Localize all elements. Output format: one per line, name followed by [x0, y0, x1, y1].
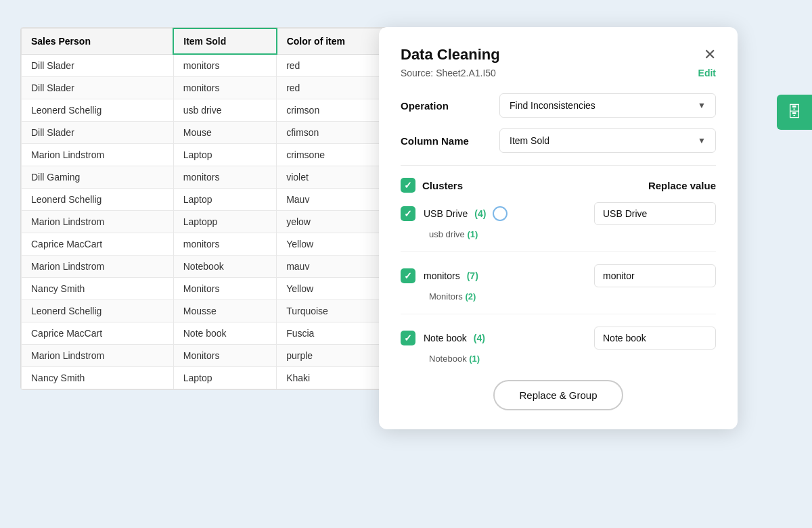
table-cell: Caprice MacCart	[22, 233, 174, 256]
table-cell: Marion Lindstrom	[22, 345, 174, 367]
cluster-name-usb: USB Drive	[424, 208, 468, 219]
table-cell: Nancy Smith	[22, 278, 174, 300]
close-button[interactable]: ✕	[704, 47, 716, 62]
table-cell: Dill Slader	[22, 122, 174, 144]
table-row: Marion LindstromLaptopcrimsone	[22, 144, 405, 166]
operation-dropdown-arrow: ▼	[698, 101, 706, 110]
cluster-count-monitors: (7)	[467, 270, 478, 281]
table-row: Dill Gamingmonitorsviolet	[22, 166, 405, 189]
table-cell: Laptop	[173, 189, 276, 211]
cluster-sub-usb: usb drive (1)	[429, 229, 716, 239]
table-cell: Dill Slader	[22, 77, 174, 99]
table-row: Nancy SmithMonitorsYellow	[22, 278, 405, 300]
spreadsheet: Sales Person Item Sold Color of item Dil…	[20, 27, 406, 390]
cluster-marker-circle	[493, 206, 508, 221]
table-cell: Notebook	[173, 256, 276, 278]
cluster-name-monitors: monitors	[424, 270, 460, 281]
cluster-row-usb: ✓USB Drive(4)	[401, 202, 716, 225]
table-row: Marion LindstromMonitorspurple	[22, 345, 405, 367]
table-cell: monitors	[173, 54, 276, 77]
replace-value-header: Replace value	[648, 180, 716, 191]
table-cell: Note book	[173, 322, 276, 345]
column-label: Column Name	[401, 135, 489, 147]
cluster-block-monitors: ✓monitors(7)Monitors (2)	[401, 264, 716, 314]
cluster-block-usb: ✓USB Drive(4)usb drive (1)	[401, 202, 716, 252]
table-cell: Leonerd Schellig	[22, 300, 174, 322]
replace-input-usb[interactable]	[594, 202, 716, 225]
cluster-sub-monitors: Monitors (2)	[429, 291, 716, 302]
table-cell: monitors	[173, 166, 276, 189]
table-row: Marion LindstromNotebookmauv	[22, 256, 405, 278]
table-row: Marion LindstromLaptoppyelow	[22, 211, 405, 233]
table-cell: Leonerd Schellig	[22, 189, 174, 211]
table-cell: monitors	[173, 77, 276, 99]
edit-link[interactable]: Edit	[698, 68, 716, 78]
table-cell: Marion Lindstrom	[22, 144, 174, 166]
database-icon: 🗄	[787, 103, 802, 121]
column-dropdown[interactable]: Item Sold ▼	[499, 128, 716, 153]
source-label: Source: Sheet2.A1.I50	[401, 68, 496, 78]
panel-title: Data Cleaning	[401, 46, 500, 64]
clusters-checkbox[interactable]: ✓	[401, 178, 415, 193]
table-cell: monitors	[173, 233, 276, 256]
table-row: Leonerd SchelligLaptopMauv	[22, 189, 405, 211]
table-cell: Dill Slader	[22, 54, 174, 77]
table-row: Nancy SmithLaptopKhaki	[22, 367, 405, 389]
table-cell: Marion Lindstrom	[22, 211, 174, 233]
replace-input-monitors[interactable]	[594, 264, 716, 287]
table-row: Dill Sladermonitorsred	[22, 77, 405, 99]
table-cell: Nancy Smith	[22, 367, 174, 389]
cluster-name-notebook: Note book	[424, 333, 467, 343]
operation-value: Find Inconsistencies	[510, 100, 595, 111]
operation-dropdown[interactable]: Find Inconsistencies ▼	[499, 93, 716, 118]
clusters-label: Clusters	[422, 180, 463, 191]
replace-group-button[interactable]: Replace & Group	[493, 380, 623, 410]
col-header-salesperson: Sales Person	[22, 28, 174, 54]
table-cell: Laptop	[173, 367, 276, 389]
replace-input-notebook[interactable]	[594, 327, 716, 350]
table-cell: Caprice MacCart	[22, 322, 174, 345]
table-row: Dill SladerMousecfimson	[22, 122, 405, 144]
data-cleaning-panel: Data Cleaning ✕ Source: Sheet2.A1.I50 Ed…	[379, 27, 738, 429]
cluster-count-notebook: (4)	[474, 333, 485, 343]
table-cell: Monitors	[173, 278, 276, 300]
table-row: Caprice MacCartmonitorsYellow	[22, 233, 405, 256]
cluster-checkbox-monitors[interactable]: ✓	[401, 268, 415, 283]
cluster-checkbox-notebook[interactable]: ✓	[401, 331, 415, 345]
table-cell: usb drive	[173, 99, 276, 122]
column-value: Item Sold	[510, 135, 549, 146]
table-cell: Monitors	[173, 345, 276, 367]
table-cell: Dill Gaming	[22, 166, 174, 189]
cluster-count-usb: (4)	[474, 208, 486, 219]
table-cell: Laptopp	[173, 211, 276, 233]
cluster-row-monitors: ✓monitors(7)	[401, 264, 716, 287]
table-cell: Mouse	[173, 122, 276, 144]
table-row: Caprice MacCartNote bookFuscia	[22, 322, 405, 345]
table-cell: Laptop	[173, 144, 276, 166]
column-dropdown-arrow: ▼	[698, 136, 706, 145]
table-cell: Mousse	[173, 300, 276, 322]
cluster-row-notebook: ✓Note book(4)	[401, 327, 716, 350]
cluster-block-notebook: ✓Note book(4)Notebook (1)	[401, 327, 716, 364]
operation-label: Operation	[401, 100, 489, 112]
sidebar-database-button[interactable]: 🗄	[777, 95, 812, 130]
table-cell: Marion Lindstrom	[22, 256, 174, 278]
cluster-checkbox-usb[interactable]: ✓	[401, 206, 415, 221]
cluster-sub-notebook: Notebook (1)	[429, 354, 716, 364]
table-row: Leonerd SchelligMousseTurquoise	[22, 300, 405, 322]
table-cell: Leonerd Schellig	[22, 99, 174, 122]
col-header-itemsold: Item Sold	[173, 28, 276, 54]
table-row: Dill Sladermonitorsred	[22, 54, 405, 77]
table-row: Leonerd Schelligusb drivecrimson	[22, 99, 405, 122]
